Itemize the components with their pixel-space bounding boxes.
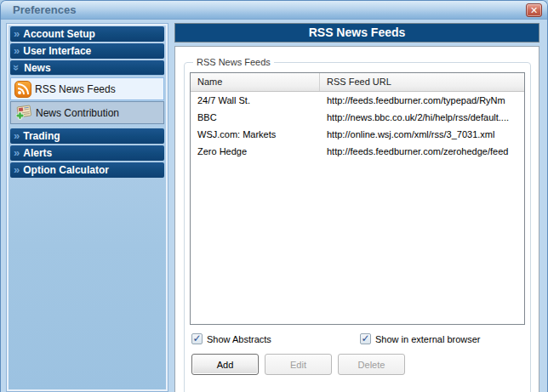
sidebar-item-news-contribution[interactable]: News Contribution xyxy=(10,101,164,124)
delete-button[interactable]: Delete xyxy=(338,354,405,375)
table-row[interactable]: 24/7 Wall St. http://feeds.feedburner.co… xyxy=(191,92,524,109)
preferences-window: Preferences ✕ » Account Setup » User Int… xyxy=(0,0,548,392)
rss-icon xyxy=(14,81,31,98)
feeds-table[interactable]: Name RSS Feed URL 24/7 Wall St. http://f… xyxy=(190,72,525,325)
checkbox-checked-icon[interactable]: ✓ xyxy=(360,333,371,344)
table-header: Name RSS Feed URL xyxy=(191,73,524,92)
sidebar-item-rss-news-feeds[interactable]: RSS News Feeds xyxy=(10,77,164,100)
chevron-down-icon: » xyxy=(11,65,22,71)
table-row[interactable]: Zero Hedge http://feeds.feedburner.com/z… xyxy=(191,143,524,160)
news-subsection: RSS News Feeds xyxy=(10,77,164,124)
table-row[interactable]: WSJ.com: Markets http://online.wsj.com/x… xyxy=(191,126,524,143)
chevron-right-icon: » xyxy=(14,164,20,175)
chevron-right-icon: » xyxy=(14,130,20,141)
sidebar-item-trading[interactable]: » Trading xyxy=(10,128,164,144)
title-bar[interactable]: Preferences ✕ xyxy=(1,1,547,20)
sidebar: » Account Setup » User Interface » News … xyxy=(6,23,168,392)
main-panel: RSS News Feeds RSS News Feeds Name RSS F… xyxy=(174,23,539,392)
show-abstracts-checkbox[interactable]: ✓ Show Abstracts xyxy=(191,332,360,345)
news-add-icon xyxy=(14,104,33,122)
group-title: RSS News Feeds xyxy=(193,57,274,67)
window-title: Preferences xyxy=(13,3,76,16)
column-header-url[interactable]: RSS Feed URL xyxy=(320,73,524,91)
chevron-right-icon: » xyxy=(14,45,20,56)
sidebar-item-account-setup[interactable]: » Account Setup xyxy=(10,26,164,42)
show-external-browser-checkbox[interactable]: ✓ Show in external browser xyxy=(360,332,481,345)
column-header-name[interactable]: Name xyxy=(191,73,320,91)
rss-feeds-group: RSS News Feeds Name RSS Feed URL 24/7 Wa… xyxy=(184,57,531,392)
table-row[interactable]: BBC http://news.bbc.co.uk/2/hi/help/rss/… xyxy=(191,109,524,126)
options-row: ✓ Show Abstracts ✓ Show in external brow… xyxy=(191,332,525,345)
add-button[interactable]: Add xyxy=(191,354,259,375)
edit-button[interactable]: Edit xyxy=(265,354,332,375)
checkbox-checked-icon[interactable]: ✓ xyxy=(191,333,203,344)
sidebar-item-news[interactable]: » News xyxy=(10,60,164,76)
sidebar-item-option-calculator[interactable]: » Option Calculator xyxy=(10,162,164,178)
chevron-right-icon: » xyxy=(14,28,20,39)
close-icon[interactable]: ✕ xyxy=(526,3,542,17)
chevron-right-icon: » xyxy=(14,147,20,158)
page-title: RSS News Feeds xyxy=(174,23,539,43)
sidebar-item-user-interface[interactable]: » User Interface xyxy=(10,43,164,59)
window-body: » Account Setup » User Interface » News … xyxy=(1,20,547,392)
content-panel: RSS News Feeds Name RSS Feed URL 24/7 Wa… xyxy=(174,46,539,392)
actions-row: Add Edit Delete xyxy=(191,354,525,375)
sidebar-item-alerts[interactable]: » Alerts xyxy=(10,145,164,161)
